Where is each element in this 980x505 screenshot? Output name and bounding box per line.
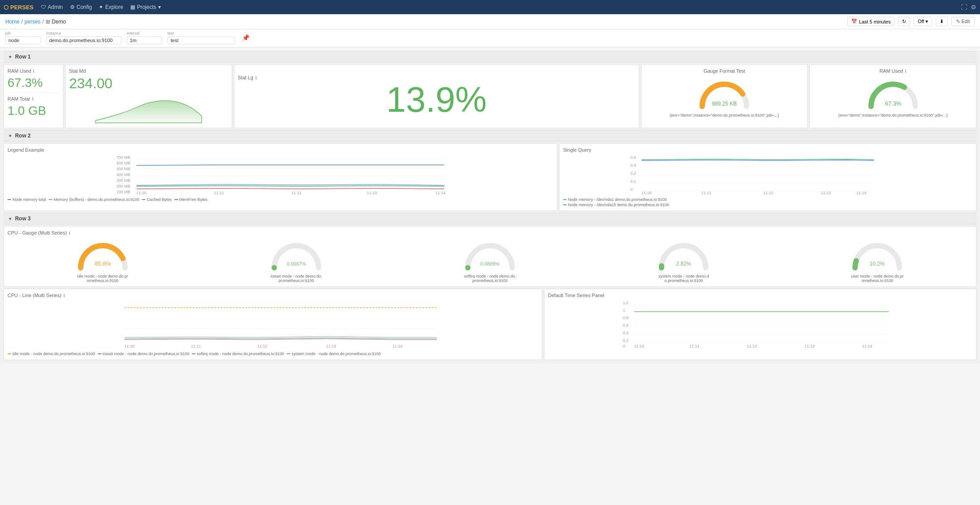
- row3-header[interactable]: ▼ Row 3: [4, 213, 976, 224]
- nav-projects[interactable]: ▦ Projects ▾: [130, 4, 160, 10]
- filter-interval: interval 1m: [127, 31, 162, 44]
- svg-text:11:10: 11:10: [136, 191, 147, 195]
- edit-button[interactable]: ✎ Edit: [951, 17, 975, 26]
- breadcrumb-sep2: /: [42, 19, 43, 25]
- svg-text:0.2: 0.2: [630, 171, 636, 176]
- time-range-picker[interactable]: 📅 Last 5 minutes: [847, 17, 895, 26]
- stat-lg-value: 13.9%: [386, 82, 487, 117]
- ram-total-info-icon[interactable]: ℹ: [32, 96, 34, 101]
- filter-instance: instance demo.do.prometheus.io:9100: [46, 31, 121, 44]
- refresh-off-button[interactable]: Off ▾: [914, 17, 932, 26]
- svg-text:0.0889%: 0.0889%: [480, 261, 500, 266]
- svg-text:10.2%: 10.2%: [870, 261, 885, 267]
- stat-md-chart: [69, 92, 228, 123]
- gauge-format-sublabel: {env="demo",instance="demo.do.prometheus…: [670, 113, 779, 117]
- svg-text:600 MB: 600 MB: [117, 161, 130, 165]
- filter-interval-select[interactable]: 1m: [127, 36, 162, 44]
- ram-used2-info-icon[interactable]: ℹ: [905, 69, 906, 74]
- cpu-gauge-softirq-label: softirq mode - node demo.do.prometheus.i…: [463, 274, 517, 283]
- breadcrumb-grid-icon: ⊞: [46, 19, 50, 25]
- legend-example-chart: 700 MB 600 MB 500 MB 400 MB 300 MB 200 M…: [8, 154, 553, 194]
- cpu-line-chart: 11:10 11:11 11:12 11:13 11:14: [8, 300, 538, 348]
- breadcrumb-perses[interactable]: perses: [24, 19, 40, 25]
- row1-toggle-icon: ▼: [8, 55, 12, 59]
- svg-text:0.0667%: 0.0667%: [287, 261, 306, 266]
- stat-lg-info-icon[interactable]: ℹ: [255, 75, 257, 80]
- single-query-chart: 0.4 0.3 0.2 0.1 0 11:10 11:11 11:12 11:1…: [563, 154, 972, 194]
- ram-used-title: RAM Used: [8, 68, 31, 74]
- row1-header[interactable]: ▼ Row 1: [4, 51, 976, 63]
- svg-text:11:10: 11:10: [634, 344, 644, 348]
- cpu-gauge-info-icon[interactable]: ℹ: [69, 231, 70, 235]
- brand-icon: ⬡: [4, 4, 8, 11]
- refresh-button[interactable]: ↻: [898, 17, 910, 26]
- row1-label: Row 1: [15, 54, 31, 60]
- gauge-format-svg: 989.25 KB: [696, 75, 753, 113]
- nav-admin[interactable]: 🛡 Admin: [41, 4, 63, 10]
- download-button[interactable]: ⬇: [936, 17, 948, 26]
- svg-text:11:11: 11:11: [214, 191, 224, 195]
- svg-text:-: -: [877, 268, 878, 272]
- svg-text:0.4: 0.4: [623, 331, 629, 335]
- cpu-gauge-iowait: 0.0667% iowait mode - node demo.do.prome…: [201, 239, 391, 283]
- nav-config[interactable]: ⚙ Config: [70, 4, 92, 10]
- svg-text:85.8%: 85.8%: [94, 260, 111, 267]
- single-query-legend: Node memory - /dev/vda1 demo.do.promethe…: [563, 197, 972, 207]
- breadcrumb: Home / perses / ⊞ Demo: [5, 19, 66, 25]
- ram-used2-gauge-value: 67.3%: [885, 100, 901, 107]
- cpu-legend-system: system mode - node demo.do.prometheus.io…: [287, 352, 381, 356]
- cpu-gauge-user-label: user mode - node demo.do.prometheus.io:9…: [851, 274, 904, 283]
- svg-text:0: 0: [623, 344, 625, 348]
- gauge-format-value-text: 989.25 KB: [712, 101, 737, 107]
- pin-icon[interactable]: 📌: [242, 34, 249, 41]
- chevron-down-icon: ▾: [926, 19, 928, 24]
- toolbar-right: 📅 Last 5 minutes ↻ Off ▾ ⬇ ✎ Edit: [847, 17, 975, 26]
- cpu-legend-softirq: softirq mode - node demo.do.prometheus.i…: [192, 352, 284, 356]
- svg-text:11:13: 11:13: [805, 344, 815, 348]
- cpu-gauge-system-svg: 2.82%: [657, 239, 710, 272]
- svg-text:11:11: 11:11: [701, 191, 712, 195]
- cpu-gauge-iowait-svg: 0.0667%: [270, 239, 323, 272]
- cpu-gauge-softirq: 0.0889% softirq mode - node demo.do.prom…: [395, 239, 585, 283]
- svg-text:11:14: 11:14: [862, 344, 872, 348]
- fullscreen-icon[interactable]: ⛶: [961, 4, 967, 11]
- row3-label: Row 3: [15, 215, 31, 222]
- nav-explore[interactable]: ✦ Explore: [99, 4, 123, 10]
- svg-text:11:11: 11:11: [689, 344, 700, 348]
- svg-text:-: -: [102, 268, 103, 272]
- gauge-format-title: Gauge Format Test: [704, 68, 745, 74]
- filter-job-select[interactable]: node: [5, 36, 41, 44]
- filter-instance-label: instance: [46, 31, 121, 35]
- filter-test-input[interactable]: [167, 36, 235, 44]
- single-query-title: Single Query: [563, 147, 591, 153]
- cpu-gauge-idle-label: idle mode - node demo.do.prometheus.io:9…: [76, 274, 129, 283]
- cpu-gauge-user-svg: 10.2% -: [851, 239, 904, 272]
- cpu-line-info-icon[interactable]: ℹ: [63, 293, 65, 298]
- default-ts-panel: Default Time Series Panel 1.2 1 0.8 0.6 …: [544, 289, 976, 360]
- cpu-gauge-panel: CPU - Gauge (Multi Series) ℹ 85.8% - idl…: [4, 226, 976, 287]
- cpu-gauge-iowait-label: iowait mode - node demo.do.prometheus.io…: [270, 274, 323, 283]
- svg-text:100 MB: 100 MB: [117, 190, 130, 194]
- breadcrumb-sep1: /: [21, 19, 23, 25]
- svg-text:11:12: 11:12: [292, 191, 302, 195]
- brand-logo[interactable]: ⬡ PERSES: [4, 4, 34, 11]
- cpu-line-legend: idle mode - node demo.do.prometheus.io:9…: [8, 352, 538, 356]
- top-nav: ⬡ PERSES 🛡 Admin ⚙ Config ✦ Explore ▦ Pr…: [0, 0, 980, 14]
- filter-job: job node: [5, 31, 41, 44]
- cpu-gauge-idle-svg: 85.8% -: [76, 239, 129, 272]
- filter-instance-select[interactable]: demo.do.prometheus.io:9100: [46, 36, 121, 44]
- cpu-gauge-user: 10.2% - user mode - node demo.do.prometh…: [782, 239, 972, 283]
- ram-total-value: 1.0 GB: [8, 103, 59, 118]
- svg-text:0.6: 0.6: [623, 323, 629, 328]
- svg-text:11:11: 11:11: [191, 344, 201, 348]
- stat-md-panel: Stat Md 234.00: [65, 64, 232, 128]
- breadcrumb-home[interactable]: Home: [5, 19, 19, 25]
- cpu-line-panel: CPU - Line (Multi Series) ℹ 11:10: [4, 289, 542, 360]
- stat-lg-panel: Stat Lg ℹ 13.9%: [234, 64, 639, 128]
- cpu-gauge-idle: 85.8% - idle mode - node demo.do.prometh…: [8, 239, 198, 283]
- settings-icon[interactable]: ⚙: [971, 4, 976, 11]
- ram-used-info-icon[interactable]: ℹ: [33, 69, 35, 74]
- row2-header[interactable]: ▼ Row 2: [4, 130, 976, 141]
- legend-example-panel: Legend Example 700 MB 600 MB 500 MB 400 …: [4, 143, 557, 211]
- svg-text:1: 1: [623, 308, 625, 313]
